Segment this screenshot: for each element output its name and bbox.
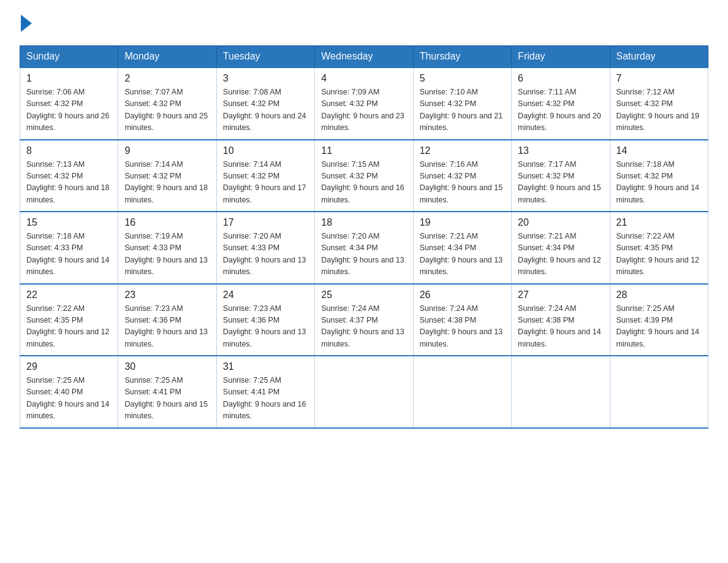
day-cell-26: 26 Sunrise: 7:24 AMSunset: 4:38 PMDaylig… — [413, 284, 511, 356]
day-number: 10 — [223, 145, 308, 156]
logo-arrow-icon — [21, 15, 32, 32]
day-number: 12 — [420, 145, 505, 156]
day-cell-7: 7 Sunrise: 7:12 AMSunset: 4:32 PMDayligh… — [610, 67, 708, 140]
day-info: Sunrise: 7:17 AMSunset: 4:32 PMDaylight:… — [518, 159, 603, 207]
day-cell-22: 22 Sunrise: 7:22 AMSunset: 4:35 PMDaylig… — [20, 284, 118, 356]
day-cell-25: 25 Sunrise: 7:24 AMSunset: 4:37 PMDaylig… — [315, 284, 413, 356]
day-info: Sunrise: 7:10 AMSunset: 4:32 PMDaylight:… — [420, 86, 505, 134]
day-number: 5 — [420, 73, 505, 84]
day-number: 31 — [223, 361, 308, 372]
day-number: 22 — [26, 289, 112, 301]
day-cell-12: 12 Sunrise: 7:16 AMSunset: 4:32 PMDaylig… — [413, 140, 511, 212]
day-number: 11 — [321, 145, 406, 156]
day-cell-23: 23 Sunrise: 7:23 AMSunset: 4:36 PMDaylig… — [118, 284, 216, 356]
day-info: Sunrise: 7:18 AMSunset: 4:32 PMDaylight:… — [616, 159, 702, 207]
day-cell-30: 30 Sunrise: 7:25 AMSunset: 4:41 PMDaylig… — [118, 356, 216, 428]
day-cell-13: 13 Sunrise: 7:17 AMSunset: 4:32 PMDaylig… — [512, 140, 610, 212]
day-header-monday: Monday — [118, 46, 216, 68]
day-header-thursday: Thursday — [413, 46, 511, 68]
day-cell-10: 10 Sunrise: 7:14 AMSunset: 4:32 PMDaylig… — [216, 140, 314, 212]
day-header-tuesday: Tuesday — [216, 46, 314, 68]
day-info: Sunrise: 7:23 AMSunset: 4:36 PMDaylight:… — [124, 303, 210, 351]
day-info: Sunrise: 7:24 AMSunset: 4:38 PMDaylight:… — [420, 303, 505, 351]
day-cell-16: 16 Sunrise: 7:19 AMSunset: 4:33 PMDaylig… — [118, 212, 216, 284]
day-cell-27: 27 Sunrise: 7:24 AMSunset: 4:38 PMDaylig… — [512, 284, 610, 356]
day-cell-29: 29 Sunrise: 7:25 AMSunset: 4:40 PMDaylig… — [20, 356, 118, 428]
day-info: Sunrise: 7:20 AMSunset: 4:34 PMDaylight:… — [321, 231, 406, 278]
day-number: 16 — [124, 217, 210, 228]
day-info: Sunrise: 7:16 AMSunset: 4:32 PMDaylight:… — [420, 159, 505, 207]
week-row-1: 1 Sunrise: 7:06 AMSunset: 4:32 PMDayligh… — [20, 67, 708, 140]
day-cell-8: 8 Sunrise: 7:13 AMSunset: 4:32 PMDayligh… — [20, 140, 118, 212]
day-cell-17: 17 Sunrise: 7:20 AMSunset: 4:33 PMDaylig… — [216, 212, 314, 284]
day-info: Sunrise: 7:25 AMSunset: 4:41 PMDaylight:… — [223, 375, 308, 423]
day-header-saturday: Saturday — [610, 46, 708, 68]
day-info: Sunrise: 7:11 AMSunset: 4:32 PMDaylight:… — [518, 86, 603, 134]
day-number: 19 — [420, 217, 505, 228]
day-number: 25 — [321, 289, 406, 301]
day-cell-20: 20 Sunrise: 7:21 AMSunset: 4:34 PMDaylig… — [512, 212, 610, 284]
day-number: 3 — [223, 73, 308, 84]
day-number: 8 — [26, 145, 112, 156]
day-info: Sunrise: 7:14 AMSunset: 4:32 PMDaylight:… — [223, 159, 308, 207]
day-info: Sunrise: 7:06 AMSunset: 4:32 PMDaylight:… — [26, 86, 112, 134]
day-cell-2: 2 Sunrise: 7:07 AMSunset: 4:32 PMDayligh… — [118, 67, 216, 140]
day-cell-3: 3 Sunrise: 7:08 AMSunset: 4:32 PMDayligh… — [216, 67, 314, 140]
day-number: 9 — [124, 145, 210, 156]
day-info: Sunrise: 7:25 AMSunset: 4:41 PMDaylight:… — [124, 375, 210, 423]
day-number: 7 — [616, 73, 702, 84]
day-cell-21: 21 Sunrise: 7:22 AMSunset: 4:35 PMDaylig… — [610, 212, 708, 284]
logo — [20, 15, 33, 33]
day-number: 24 — [223, 289, 308, 301]
day-info: Sunrise: 7:21 AMSunset: 4:34 PMDaylight:… — [518, 231, 603, 278]
day-cell-1: 1 Sunrise: 7:06 AMSunset: 4:32 PMDayligh… — [20, 67, 118, 140]
day-info: Sunrise: 7:24 AMSunset: 4:37 PMDaylight:… — [321, 303, 406, 351]
day-number: 14 — [616, 145, 702, 156]
day-info: Sunrise: 7:25 AMSunset: 4:40 PMDaylight:… — [26, 375, 112, 423]
day-info: Sunrise: 7:21 AMSunset: 4:34 PMDaylight:… — [420, 231, 505, 278]
day-cell-14: 14 Sunrise: 7:18 AMSunset: 4:32 PMDaylig… — [610, 140, 708, 212]
day-number: 13 — [518, 145, 603, 156]
week-row-2: 8 Sunrise: 7:13 AMSunset: 4:32 PMDayligh… — [20, 140, 708, 212]
day-number: 2 — [124, 73, 210, 84]
day-info: Sunrise: 7:07 AMSunset: 4:32 PMDaylight:… — [124, 86, 210, 134]
day-number: 20 — [518, 217, 603, 228]
day-info: Sunrise: 7:09 AMSunset: 4:32 PMDaylight:… — [321, 86, 406, 134]
day-number: 28 — [616, 289, 702, 301]
day-info: Sunrise: 7:15 AMSunset: 4:32 PMDaylight:… — [321, 159, 406, 207]
day-info: Sunrise: 7:12 AMSunset: 4:32 PMDaylight:… — [616, 86, 702, 134]
day-info: Sunrise: 7:22 AMSunset: 4:35 PMDaylight:… — [616, 231, 702, 278]
day-header-sunday: Sunday — [20, 46, 118, 68]
day-number: 21 — [616, 217, 702, 228]
day-cell-4: 4 Sunrise: 7:09 AMSunset: 4:32 PMDayligh… — [315, 67, 413, 140]
day-info: Sunrise: 7:24 AMSunset: 4:38 PMDaylight:… — [518, 303, 603, 351]
day-number: 23 — [124, 289, 210, 301]
day-number: 27 — [518, 289, 603, 301]
day-cell-11: 11 Sunrise: 7:15 AMSunset: 4:32 PMDaylig… — [315, 140, 413, 212]
day-cell-9: 9 Sunrise: 7:14 AMSunset: 4:32 PMDayligh… — [118, 140, 216, 212]
week-row-3: 15 Sunrise: 7:18 AMSunset: 4:33 PMDaylig… — [20, 212, 708, 284]
empty-cell — [512, 356, 610, 428]
day-info: Sunrise: 7:20 AMSunset: 4:33 PMDaylight:… — [223, 231, 308, 278]
day-number: 6 — [518, 73, 603, 84]
day-cell-18: 18 Sunrise: 7:20 AMSunset: 4:34 PMDaylig… — [315, 212, 413, 284]
day-info: Sunrise: 7:19 AMSunset: 4:33 PMDaylight:… — [124, 231, 210, 278]
page-header — [20, 15, 708, 33]
day-header-wednesday: Wednesday — [315, 46, 413, 68]
empty-cell — [610, 356, 708, 428]
day-cell-28: 28 Sunrise: 7:25 AMSunset: 4:39 PMDaylig… — [610, 284, 708, 356]
day-info: Sunrise: 7:14 AMSunset: 4:32 PMDaylight:… — [124, 159, 210, 207]
day-info: Sunrise: 7:25 AMSunset: 4:39 PMDaylight:… — [616, 303, 702, 351]
day-cell-5: 5 Sunrise: 7:10 AMSunset: 4:32 PMDayligh… — [413, 67, 511, 140]
day-number: 29 — [26, 361, 112, 372]
day-info: Sunrise: 7:23 AMSunset: 4:36 PMDaylight:… — [223, 303, 308, 351]
day-number: 1 — [26, 73, 112, 84]
day-cell-6: 6 Sunrise: 7:11 AMSunset: 4:32 PMDayligh… — [512, 67, 610, 140]
day-number: 26 — [420, 289, 505, 301]
day-info: Sunrise: 7:22 AMSunset: 4:35 PMDaylight:… — [26, 303, 112, 351]
week-row-5: 29 Sunrise: 7:25 AMSunset: 4:40 PMDaylig… — [20, 356, 708, 428]
day-number: 17 — [223, 217, 308, 228]
day-cell-19: 19 Sunrise: 7:21 AMSunset: 4:34 PMDaylig… — [413, 212, 511, 284]
day-number: 4 — [321, 73, 406, 84]
empty-cell — [413, 356, 511, 428]
